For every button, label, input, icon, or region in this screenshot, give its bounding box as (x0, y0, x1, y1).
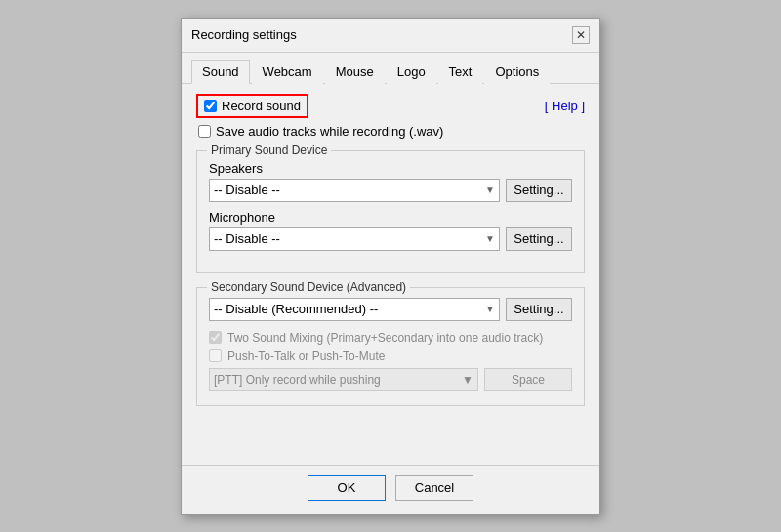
two-sound-mixing-row: Two Sound Mixing (Primary+Secondary into… (209, 331, 572, 345)
record-sound-text: Record sound (222, 99, 301, 113)
title-bar: Recording settings ✕ (182, 19, 599, 53)
secondary-value: -- Disable (Recommended) -- (214, 302, 378, 316)
tab-logo[interactable]: Logo (387, 60, 436, 84)
speakers-setting-button[interactable]: Setting... (506, 179, 572, 202)
push-to-talk-label: Push-To-Talk or Push-To-Mute (227, 349, 385, 363)
speakers-controls: -- Disable -- ▼ Setting... (209, 179, 572, 202)
record-sound-row: Record sound [ Help ] (196, 94, 585, 118)
dialog-title: Recording settings (191, 27, 297, 42)
microphone-label: Microphone (209, 210, 572, 225)
tab-mouse[interactable]: Mouse (325, 60, 385, 84)
save-audio-checkbox[interactable] (198, 125, 211, 138)
speakers-label: Speakers (209, 161, 572, 176)
close-button[interactable]: ✕ (572, 26, 590, 44)
help-link[interactable]: [ Help ] (545, 99, 585, 113)
microphone-dropdown[interactable]: -- Disable -- ▼ (209, 227, 500, 251)
tab-content: Record sound [ Help ] Save audio tracks … (182, 84, 599, 465)
record-sound-label[interactable]: Record sound (204, 99, 301, 113)
tab-options[interactable]: Options (484, 60, 550, 84)
tab-text[interactable]: Text (438, 60, 483, 84)
microphone-setting-button[interactable]: Setting... (506, 227, 572, 251)
secondary-setting-button[interactable]: Setting... (506, 298, 572, 321)
push-to-talk-checkbox[interactable] (209, 349, 222, 362)
speakers-row: Speakers -- Disable -- ▼ Setting... (209, 161, 572, 202)
ptt-row: [PTT] Only record while pushing ▼ Space (209, 368, 572, 391)
secondary-group-title: Secondary Sound Device (Advanced) (207, 280, 410, 294)
record-sound-highlighted: Record sound (196, 94, 308, 118)
primary-group-title: Primary Sound Device (207, 143, 331, 157)
ptt-dropdown-value: [PTT] Only record while pushing (214, 373, 381, 387)
save-audio-text: Save audio tracks while recording (.wav) (216, 124, 443, 139)
ptt-dropdown: [PTT] Only record while pushing ▼ (209, 368, 478, 391)
ptt-arrow-icon: ▼ (462, 373, 473, 387)
recording-settings-dialog: Recording settings ✕ Sound Webcam Mouse … (181, 18, 600, 515)
speakers-value: -- Disable -- (214, 183, 280, 197)
ptt-key-field: Space (484, 368, 572, 391)
two-sound-mixing-checkbox[interactable] (209, 331, 222, 344)
secondary-controls: -- Disable (Recommended) -- ▼ Setting... (209, 298, 572, 321)
save-audio-row: Save audio tracks while recording (.wav) (198, 124, 585, 139)
microphone-arrow-icon: ▼ (485, 233, 495, 244)
cancel-button[interactable]: Cancel (395, 475, 473, 501)
save-audio-label[interactable]: Save audio tracks while recording (.wav) (198, 124, 585, 139)
record-sound-checkbox[interactable] (204, 100, 217, 112)
tab-webcam[interactable]: Webcam (252, 60, 323, 84)
ok-button[interactable]: OK (308, 475, 386, 501)
microphone-row: Microphone -- Disable -- ▼ Setting... (209, 210, 572, 251)
microphone-value: -- Disable -- (214, 231, 280, 246)
tab-sound[interactable]: Sound (191, 60, 250, 84)
tab-bar: Sound Webcam Mouse Logo Text Options (182, 53, 599, 84)
secondary-sound-device-group: Secondary Sound Device (Advanced) -- Dis… (196, 287, 585, 406)
push-to-talk-row: Push-To-Talk or Push-To-Mute (209, 349, 572, 363)
two-sound-mixing-label: Two Sound Mixing (Primary+Secondary into… (227, 331, 543, 345)
microphone-controls: -- Disable -- ▼ Setting... (209, 227, 572, 251)
speakers-arrow-icon: ▼ (485, 184, 495, 195)
secondary-arrow-icon: ▼ (485, 304, 495, 314)
primary-sound-device-group: Primary Sound Device Speakers -- Disable… (196, 150, 585, 273)
button-row: OK Cancel (182, 465, 599, 514)
speakers-dropdown[interactable]: -- Disable -- ▼ (209, 179, 500, 202)
secondary-dropdown[interactable]: -- Disable (Recommended) -- ▼ (209, 298, 500, 321)
